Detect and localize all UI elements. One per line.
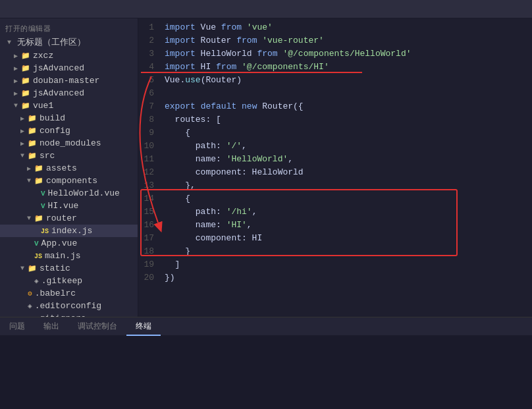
token: HelloWorld <box>196 49 257 59</box>
line-content[interactable]: } <box>165 245 532 258</box>
sidebar-item-HelloWorld.vue[interactable]: VHelloWorld.vue <box>0 187 138 200</box>
sidebar-item-main.js[interactable]: JSmain.js <box>0 250 138 262</box>
line-content[interactable]: path: '/hi', <box>165 205 532 219</box>
line-content[interactable]: export default new Router({ <box>165 100 532 113</box>
file-icon: V <box>41 190 45 198</box>
sidebar-item-index.js[interactable]: JSindex.js <box>0 225 138 237</box>
line-content[interactable]: ] <box>165 258 532 271</box>
line-content[interactable]: name: 'HI', <box>165 219 532 232</box>
arrow-icon <box>17 152 28 159</box>
line-content[interactable]: import HI from '@/components/HI' <box>165 61 532 74</box>
token: Router <box>205 75 236 85</box>
file-icon: 📁 <box>28 114 37 123</box>
code-line: 4import HI from '@/components/HI' <box>138 61 532 74</box>
line-content[interactable]: name: 'HelloWorld', <box>165 153 532 166</box>
sidebar-section-header: 打开的编辑器 <box>0 21 138 35</box>
token: ] <box>165 259 180 269</box>
bottom-tab-终端[interactable]: 终端 <box>126 317 161 336</box>
line-content[interactable]: { <box>165 192 532 205</box>
token: routes: [ <box>165 115 221 124</box>
file-icon: 📁 <box>34 214 43 223</box>
sidebar-item-zxcz[interactable]: 📁zxcz <box>0 49 138 62</box>
sidebar-item-build[interactable]: 📁build <box>0 112 138 124</box>
line-content[interactable]: path: '/', <box>165 140 532 153</box>
token: from <box>257 49 277 59</box>
sidebar-item-label: jsAdvanced <box>33 88 84 98</box>
token: '/hi' <box>226 207 252 217</box>
line-content[interactable]: import Router from 'vue-router' <box>165 34 532 47</box>
line-content[interactable]: component: HI <box>165 232 532 245</box>
line-content[interactable]: }) <box>165 271 532 285</box>
token: 'HI' <box>226 220 247 230</box>
sidebar-item-components[interactable]: 📁components <box>0 175 138 187</box>
bottom-tab-问题[interactable]: 问题 <box>0 317 34 336</box>
sidebar-item-label: vue1 <box>33 101 53 111</box>
file-icon: ◈ <box>28 302 32 310</box>
sidebar-item-label: HelloWorld.vue <box>48 188 120 198</box>
line-content[interactable]: { <box>165 126 532 140</box>
token: 'vue-router' <box>262 36 324 45</box>
arrow-icon <box>17 127 28 135</box>
code-line: 10 path: '/', <box>138 140 532 153</box>
sidebar-item-workspace[interactable]: 无标题（工作区） <box>0 35 138 49</box>
token: import <box>165 36 196 45</box>
token: } <box>165 246 190 256</box>
line-content[interactable]: routes: [ <box>165 113 532 126</box>
line-content[interactable]: }, <box>165 179 532 192</box>
sidebar-item-douban-master[interactable]: 📁douban-master <box>0 74 138 87</box>
arrow-icon <box>11 65 21 72</box>
sidebar-item-label: jsAdvanced <box>33 63 84 73</box>
sidebar-item-App.vue[interactable]: VApp.vue <box>0 237 138 250</box>
sidebar-item-jsAdvanced2[interactable]: 📁jsAdvanced <box>0 87 138 99</box>
sidebar-item-config[interactable]: 📁config <box>0 124 138 137</box>
code-line: 7export default new Router({ <box>138 100 532 113</box>
code-line: 17 component: HI <box>138 232 532 245</box>
bottom-tab-输出[interactable]: 输出 <box>34 317 68 336</box>
arrow-icon <box>17 265 28 272</box>
sidebar-item-label: .editorconfig <box>35 301 101 311</box>
line-number: 10 <box>138 140 165 153</box>
token: 'HelloWorld' <box>226 154 288 164</box>
token: default <box>201 101 237 111</box>
token: from <box>216 62 236 72</box>
token: , <box>247 220 252 230</box>
token: , <box>242 141 247 151</box>
line-number: 3 <box>138 47 165 61</box>
file-icon: ◈ <box>34 277 39 285</box>
file-icon: 📁 <box>34 177 43 185</box>
token: { <box>165 128 190 138</box>
sidebar-item-router[interactable]: 📁router <box>0 212 138 225</box>
sidebar-item-.gitignore[interactable]: ◆.gitignore <box>0 312 138 317</box>
line-content[interactable]: import Vue from 'vue' <box>165 21 532 34</box>
sidebar-item-static[interactable]: 📁static <box>0 262 138 275</box>
arrow-icon <box>24 177 34 184</box>
bottom-panel: 问题输出调试控制台终端 <box>0 317 532 409</box>
code-line: 2import Router from 'vue-router' <box>138 34 532 47</box>
line-number: 5 <box>138 74 165 87</box>
token: ) <box>236 75 242 85</box>
sidebar-item-assets[interactable]: 📁assets <box>0 162 138 175</box>
sidebar-item-.editorconfig[interactable]: ◈.editorconfig <box>0 300 138 312</box>
sidebar-item-src[interactable]: 📁src <box>0 150 138 162</box>
editor: 1import Vue from 'vue'2import Router fro… <box>138 18 532 287</box>
sidebar-item-jsAdvanced1[interactable]: 📁jsAdvanced <box>0 62 138 74</box>
sidebar-item-.gitkeep[interactable]: ◈.gitkeep <box>0 275 138 287</box>
sidebar-item-.babelrc[interactable]: ⚙.babelrc <box>0 287 138 300</box>
sidebar-item-label: node_modules <box>40 138 101 148</box>
line-content[interactable]: import HelloWorld from '@/components/Hel… <box>165 47 532 61</box>
sidebar-item-vue1[interactable]: 📁vue1 <box>0 99 138 112</box>
line-content[interactable]: component: HelloWorld <box>165 166 532 179</box>
arrow-icon <box>24 215 34 222</box>
terminal-content <box>0 336 532 409</box>
sidebar-item-node_modules[interactable]: 📁node_modules <box>0 137 138 150</box>
sidebar-item-label: config <box>40 126 70 136</box>
code-line: 3import HelloWorld from '@/components/He… <box>138 47 532 61</box>
arrow-icon <box>4 39 14 46</box>
token: component: HelloWorld <box>165 167 304 177</box>
sidebar-item-HI.vue[interactable]: VHI.vue <box>0 200 138 212</box>
code-line: 6 <box>138 87 532 100</box>
sidebar-item-label: index.js <box>51 226 92 236</box>
bottom-tab-调试控制台[interactable]: 调试控制台 <box>68 317 126 336</box>
token: HI <box>196 62 216 72</box>
line-content[interactable]: Vue.use(Router) <box>165 74 532 87</box>
